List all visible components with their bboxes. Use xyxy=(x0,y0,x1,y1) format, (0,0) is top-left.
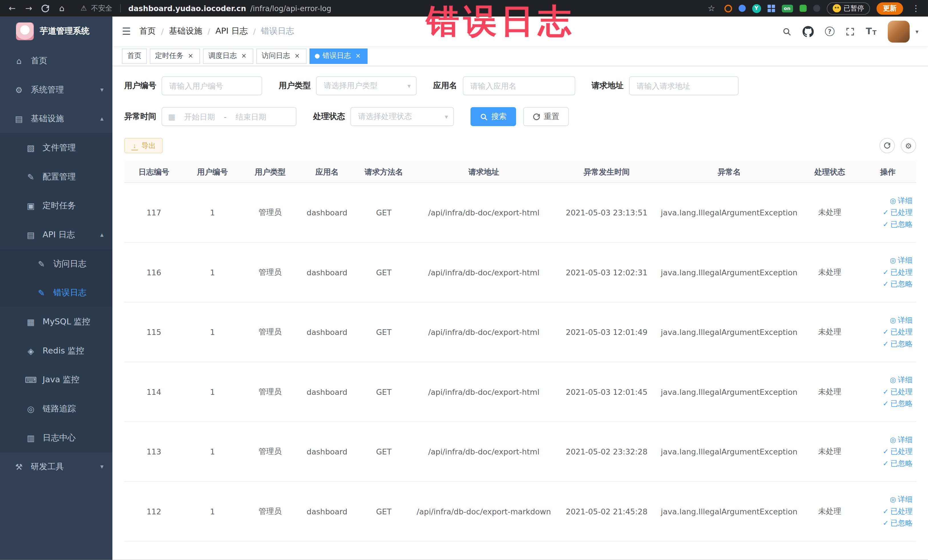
app-name-input[interactable] xyxy=(462,76,575,95)
start-date-input[interactable] xyxy=(178,112,222,121)
profile-paused-badge[interactable]: 已暂停 xyxy=(826,2,870,15)
sidebar-item-file-management[interactable]: ▧ 文件管理 xyxy=(0,133,112,162)
mark-ignored-link[interactable]: ✓已忽略 xyxy=(883,398,913,409)
search-button[interactable]: 搜索 xyxy=(470,107,516,126)
sidebar-item-java-monitor[interactable]: ⌨ Java 监控 xyxy=(0,365,112,394)
sidebar-item-label: 文件管理 xyxy=(43,142,76,153)
detail-link[interactable]: ◎详细 xyxy=(890,255,913,265)
reset-button[interactable]: 重置 xyxy=(523,107,569,126)
forward-icon[interactable]: → xyxy=(23,2,35,15)
github-icon[interactable] xyxy=(803,26,814,37)
tab-scheduled-tasks[interactable]: 定时任务 × xyxy=(150,48,200,64)
sidebar-item-infrastructure[interactable]: ▤ 基础设施 ▴ xyxy=(0,104,112,133)
cell-status: 未处理 xyxy=(800,482,859,541)
sidebar-item-mysql-monitor[interactable]: ▦ MySQL 监控 xyxy=(0,307,112,336)
url-domain[interactable]: dashboard.yudao.iocoder.cn xyxy=(128,4,246,12)
mark-ignored-link[interactable]: ✓已忽略 xyxy=(883,458,913,468)
home-icon[interactable]: ⌂ xyxy=(56,2,68,15)
browser-menu-icon[interactable]: ⋮ xyxy=(910,2,922,15)
sidebar-item-system-management[interactable]: ⚙ 系统管理 ▾ xyxy=(0,75,112,104)
sidebar-item-api-logs[interactable]: ▤ API 日志 ▴ xyxy=(0,220,112,249)
user-id-input[interactable] xyxy=(162,76,262,95)
chrome-update-button[interactable]: 更新 xyxy=(876,2,903,15)
sidebar-item-scheduled-tasks[interactable]: ▣ 定时任务 xyxy=(0,191,112,220)
tab-home[interactable]: 首页 xyxy=(122,48,147,64)
detail-link[interactable]: ◎详细 xyxy=(890,435,913,445)
mark-processed-link[interactable]: ✓已处理 xyxy=(883,507,913,516)
sidebar-item-config-management[interactable]: ✎ 配置管理 xyxy=(0,162,112,191)
fullscreen-icon[interactable] xyxy=(846,27,855,36)
date-range-picker[interactable]: ▦ - xyxy=(162,107,296,126)
detail-link[interactable]: ◎详细 xyxy=(890,196,913,206)
mark-processed-link[interactable]: ✓已处理 xyxy=(883,327,913,337)
mark-processed-link[interactable]: ✓已处理 xyxy=(883,267,913,277)
sidebar-item-tracing[interactable]: ◎ 链路追踪 xyxy=(0,394,112,423)
check-icon: ✓ xyxy=(883,220,888,229)
column-header: 处理状态 xyxy=(800,162,859,182)
detail-link[interactable]: ◎详细 xyxy=(890,494,913,504)
sidebar-item-dev-tools[interactable]: ⚒ 研发工具 ▾ xyxy=(0,452,112,481)
help-icon[interactable]: ? xyxy=(825,26,835,36)
sidebar-item-log-center[interactable]: ▥ 日志中心 xyxy=(0,423,112,452)
sidebar-item-home[interactable]: ⌂ 首页 xyxy=(0,46,112,75)
breadcrumb-api-logs[interactable]: API 日志 xyxy=(215,26,247,37)
user-avatar[interactable] xyxy=(888,21,910,43)
extension-ring-icon[interactable] xyxy=(724,5,732,12)
user-type-select[interactable]: 请选择用户类型 ▾ xyxy=(316,76,417,95)
avatar-caret-icon[interactable]: ▾ xyxy=(916,28,918,35)
request-url-input[interactable] xyxy=(629,76,738,95)
chevron-down-icon: ▾ xyxy=(101,463,104,470)
column-settings-icon[interactable]: ⚙ xyxy=(901,138,916,153)
bookmark-star-icon[interactable]: ☆ xyxy=(705,2,718,15)
mark-ignored-link[interactable]: ✓已忽略 xyxy=(883,279,913,289)
mark-processed-link[interactable]: ✓已处理 xyxy=(883,387,913,397)
cell-time: 2021-05-03 12:01:45 xyxy=(555,362,658,421)
breadcrumb-infrastructure[interactable]: 基础设施 xyxy=(169,26,202,37)
font-size-icon[interactable]: TT xyxy=(866,27,876,36)
api-log-icon: ▤ xyxy=(24,230,37,240)
hamburger-icon[interactable]: ☰ xyxy=(122,25,131,37)
close-icon[interactable]: × xyxy=(186,52,195,60)
search-icon[interactable] xyxy=(782,27,791,36)
breadcrumb-home[interactable]: 首页 xyxy=(139,26,156,37)
close-icon[interactable]: × xyxy=(293,52,301,60)
mark-ignored-link[interactable]: ✓已忽略 xyxy=(883,220,913,229)
extension-y-icon[interactable]: Y xyxy=(752,4,761,12)
mark-ignored-link[interactable]: ✓已忽略 xyxy=(883,339,913,349)
back-icon[interactable]: ← xyxy=(6,2,18,15)
export-button[interactable]: ↓ 导出 xyxy=(124,138,163,153)
process-status-select[interactable]: 请选择处理状态 ▾ xyxy=(350,107,454,126)
mark-processed-link[interactable]: ✓已处理 xyxy=(883,208,913,217)
tab-access-log[interactable]: 访问日志 × xyxy=(256,48,307,64)
sidebar-item-access-log[interactable]: ✎ 访问日志 xyxy=(0,249,112,278)
extension-drop-icon[interactable] xyxy=(738,5,745,12)
mark-processed-link[interactable]: ✓已处理 xyxy=(883,447,913,456)
address-bar[interactable]: ⚠ 不安全 dashboard.yudao.iocoder.cn/infra/l… xyxy=(81,3,331,13)
sidebar-item-label: 错误日志 xyxy=(53,287,87,298)
table-header: 日志编号 用户编号 用户类型 应用名 请求方法名 请求地址 异常发生时间 异常名… xyxy=(124,162,916,183)
tab-error-log[interactable]: 错误日志 × xyxy=(310,48,368,64)
refresh-table-icon[interactable] xyxy=(879,138,895,153)
sidebar-item-error-log[interactable]: ✎ 错误日志 xyxy=(0,278,112,307)
close-icon[interactable]: × xyxy=(240,52,248,60)
close-icon[interactable]: × xyxy=(354,52,362,60)
detail-link[interactable]: ◎详细 xyxy=(890,375,913,385)
cell-log-id: 114 xyxy=(124,362,183,421)
process-status-label: 处理状态 xyxy=(313,111,345,122)
extensions-grid-icon[interactable] xyxy=(768,5,775,12)
column-header: 用户类型 xyxy=(241,162,299,182)
tab-schedule-log[interactable]: 调度日志 × xyxy=(203,48,253,64)
detail-link[interactable]: ◎详细 xyxy=(890,315,913,325)
sidebar-item-redis-monitor[interactable]: ◈ Redis 监控 xyxy=(0,336,112,365)
filter-row-1: 用户编号 用户类型 请选择用户类型 ▾ 应用名 xyxy=(124,76,916,95)
mark-ignored-link[interactable]: ✓已忽略 xyxy=(883,518,913,528)
end-date-input[interactable] xyxy=(229,112,273,121)
check-icon: ✓ xyxy=(883,447,888,456)
cell-url: /api/infra/db-doc/export-html xyxy=(412,183,555,242)
check-icon: ✓ xyxy=(883,388,888,396)
extension-green-icon[interactable] xyxy=(799,5,806,12)
refresh-icon[interactable] xyxy=(39,2,52,15)
extension-on-badge[interactable]: on xyxy=(781,5,793,12)
url-path[interactable]: /infra/log/api-error-log xyxy=(250,4,331,12)
extension-pin-icon[interactable] xyxy=(813,5,820,12)
